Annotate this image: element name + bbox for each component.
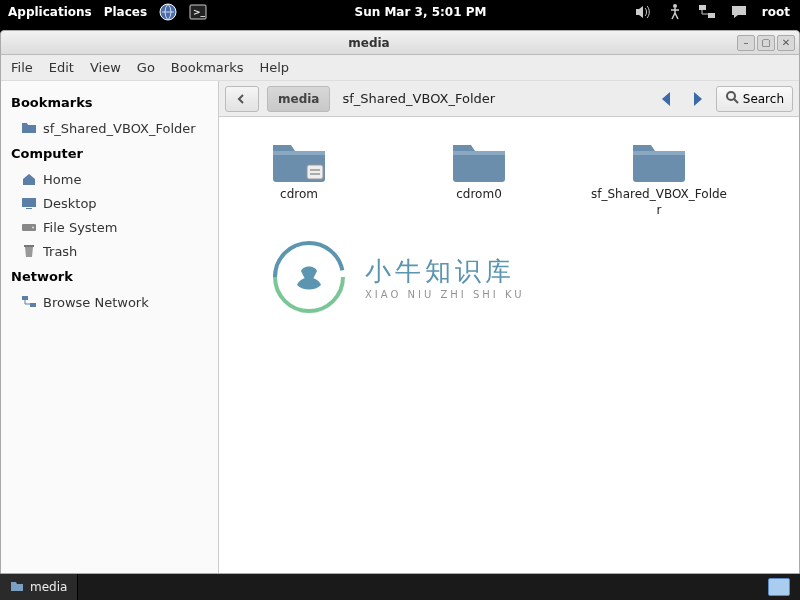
menubar: File Edit View Go Bookmarks Help <box>1 55 799 81</box>
sidebar-section-network: Network <box>11 269 208 284</box>
menu-bookmarks[interactable]: Bookmarks <box>171 60 244 75</box>
search-label: Search <box>743 92 784 106</box>
svg-rect-14 <box>307 165 323 179</box>
sidebar-item-filesystem[interactable]: File System <box>11 215 208 239</box>
folder-icon <box>271 137 327 183</box>
tray-window-icon[interactable] <box>768 578 790 596</box>
watermark-logo-icon <box>269 237 349 317</box>
folder-label: sf_Shared_VBOX_Folder <box>589 187 729 218</box>
search-icon <box>725 90 739 107</box>
sidebar-item-desktop[interactable]: Desktop <box>11 191 208 215</box>
menu-edit[interactable]: Edit <box>49 60 74 75</box>
gnome-top-panel: Applications Places >_ Sun Mar 3, 5:01 P… <box>0 0 800 24</box>
folder-label: cdrom0 <box>456 187 502 203</box>
svg-rect-7 <box>26 208 32 209</box>
sidebar-item-browse-network[interactable]: Browse Network <box>11 290 208 314</box>
folder-label: cdrom <box>280 187 318 203</box>
titlebar[interactable]: media – ▢ ✕ <box>1 31 799 55</box>
sidebar-item-label: Home <box>43 172 81 187</box>
user-menu[interactable]: root <box>762 5 790 19</box>
chat-icon[interactable] <box>730 3 748 21</box>
sidebar: Bookmarks sf_Shared_VBOX_Folder Computer… <box>1 81 219 573</box>
system-tray <box>768 578 800 596</box>
svg-rect-6 <box>22 198 36 207</box>
icon-view[interactable]: cdrom cdrom0 sf_Shared_VBOX_Folder <box>219 117 799 573</box>
trash-icon <box>21 243 37 259</box>
taskbar-item-media[interactable]: media <box>0 574 78 600</box>
folder-icon <box>451 137 507 183</box>
folder-cdrom0[interactable]: cdrom0 <box>409 137 549 218</box>
places-menu[interactable]: Places <box>104 5 147 19</box>
main-pane: media sf_Shared_VBOX_Folder Search <box>219 81 799 573</box>
window-title: media <box>1 36 737 50</box>
menu-help[interactable]: Help <box>259 60 289 75</box>
network-browse-icon <box>21 294 37 310</box>
panel-clock[interactable]: Sun Mar 3, 5:01 PM <box>207 5 634 19</box>
applications-menu[interactable]: Applications <box>8 5 92 19</box>
svg-point-16 <box>275 243 343 311</box>
home-icon <box>21 171 37 187</box>
sidebar-item-label: Browse Network <box>43 295 149 310</box>
browser-launcher-icon[interactable] <box>159 3 177 21</box>
menu-file[interactable]: File <box>11 60 33 75</box>
breadcrumb-next[interactable]: sf_Shared_VBOX_Folder <box>342 91 495 106</box>
forward-button[interactable] <box>686 88 708 110</box>
sidebar-item-label: File System <box>43 220 117 235</box>
back-button[interactable] <box>656 88 678 110</box>
desktop-icon <box>21 195 37 211</box>
volume-icon[interactable] <box>634 3 652 21</box>
svg-rect-11 <box>22 296 28 300</box>
sidebar-section-computer: Computer <box>11 146 208 161</box>
taskbar-item-label: media <box>30 580 67 594</box>
search-button[interactable]: Search <box>716 86 793 112</box>
drive-icon <box>21 219 37 235</box>
sidebar-item-label: Trash <box>43 244 77 259</box>
svg-rect-4 <box>699 5 706 10</box>
network-icon[interactable] <box>698 3 716 21</box>
menu-go[interactable]: Go <box>137 60 155 75</box>
menu-view[interactable]: View <box>90 60 121 75</box>
sidebar-item-trash[interactable]: Trash <box>11 239 208 263</box>
svg-point-13 <box>727 92 735 100</box>
sidebar-item-shared-folder[interactable]: sf_Shared_VBOX_Folder <box>11 116 208 140</box>
sidebar-item-home[interactable]: Home <box>11 167 208 191</box>
sidebar-section-bookmarks: Bookmarks <box>11 95 208 110</box>
svg-rect-10 <box>24 245 34 247</box>
watermark-title: 小牛知识库 <box>365 254 525 289</box>
svg-text:>_: >_ <box>193 7 206 17</box>
terminal-launcher-icon[interactable]: >_ <box>189 3 207 21</box>
bottom-taskbar: media <box>0 574 800 600</box>
sidebar-item-label: sf_Shared_VBOX_Folder <box>43 121 196 136</box>
maximize-button[interactable]: ▢ <box>757 35 775 51</box>
watermark-subtitle: XIAO NIU ZHI SHI KU <box>365 289 525 300</box>
folder-icon <box>631 137 687 183</box>
folder-shared-vbox[interactable]: sf_Shared_VBOX_Folder <box>589 137 729 218</box>
svg-point-9 <box>32 227 34 229</box>
location-toolbar: media sf_Shared_VBOX_Folder Search <box>219 81 799 117</box>
path-toggle-button[interactable] <box>225 86 259 112</box>
svg-point-3 <box>673 4 677 8</box>
accessibility-icon[interactable] <box>666 3 684 21</box>
folder-icon <box>21 120 37 136</box>
close-button[interactable]: ✕ <box>777 35 795 51</box>
folder-cdrom[interactable]: cdrom <box>229 137 369 218</box>
file-manager-window: media – ▢ ✕ File Edit View Go Bookmarks … <box>0 30 800 574</box>
minimize-button[interactable]: – <box>737 35 755 51</box>
svg-point-15 <box>275 243 343 311</box>
folder-icon <box>10 579 24 596</box>
breadcrumb-media[interactable]: media <box>267 86 330 112</box>
sidebar-item-label: Desktop <box>43 196 97 211</box>
watermark: 小牛知识库 XIAO NIU ZHI SHI KU <box>269 237 525 317</box>
